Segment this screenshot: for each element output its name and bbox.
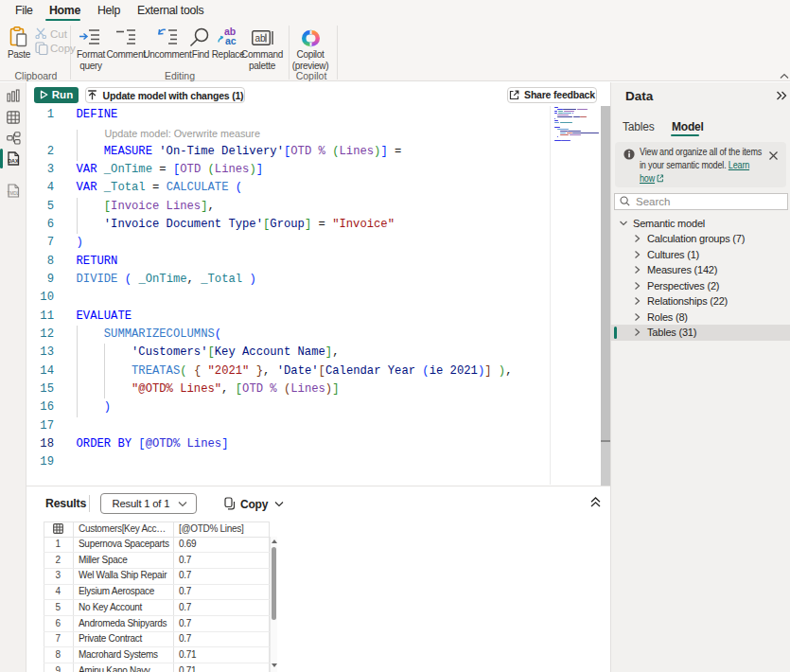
svg-text:ab: ab xyxy=(255,33,266,44)
svg-text:ac: ac xyxy=(225,35,237,46)
svg-text:DAX: DAX xyxy=(8,158,19,164)
svg-text:TMDL: TMDL xyxy=(8,191,20,196)
